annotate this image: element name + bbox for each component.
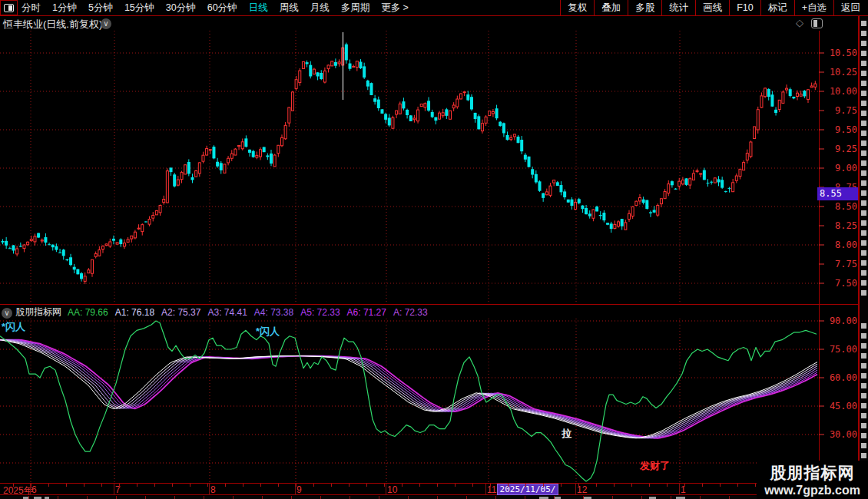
week-tick bbox=[366, 484, 367, 487]
indicator-axis-label: 90.00 bbox=[820, 316, 857, 326]
price-axis-label: 9.25 bbox=[820, 144, 857, 154]
indicator-values: AA: 79.66A1: 76.18A2: 75.37A3: 74.41A4: … bbox=[68, 307, 435, 318]
week-tick bbox=[755, 484, 756, 487]
indicator-annotation-1: *闪人 bbox=[256, 325, 280, 339]
clipped-row-tick bbox=[495, 496, 496, 499]
week-tick bbox=[402, 484, 403, 487]
indicator-axis-label: 30.00 bbox=[820, 429, 857, 440]
price-axis-label: 8.25 bbox=[820, 220, 857, 231]
month-gridline-tick bbox=[386, 484, 386, 495]
month-gridline-tick bbox=[485, 484, 486, 495]
clipped-bottom-row bbox=[0, 496, 868, 499]
month-gridline-tick bbox=[575, 484, 576, 495]
week-tick bbox=[119, 484, 120, 487]
indicator-annotation-3: 发财了 bbox=[640, 459, 670, 473]
clipped-row-tick bbox=[262, 496, 263, 499]
clipped-row-tick bbox=[379, 496, 379, 499]
week-tick bbox=[737, 484, 738, 487]
clipped-row-tick bbox=[320, 496, 321, 499]
week-tick bbox=[296, 484, 297, 487]
month-gridline-tick bbox=[679, 484, 680, 495]
month-gridline-tick bbox=[209, 484, 210, 495]
price-axis-label: 8.50 bbox=[820, 201, 857, 212]
week-tick bbox=[313, 484, 314, 487]
current-price-badge: 8.55 bbox=[817, 187, 858, 200]
indicator-axis-label: 75.00 bbox=[820, 344, 857, 355]
week-tick bbox=[419, 484, 420, 487]
week-tick bbox=[66, 484, 67, 487]
week-tick bbox=[384, 484, 385, 487]
month-label-6: 6 bbox=[31, 484, 37, 495]
clipped-row-tick bbox=[87, 496, 88, 499]
clipped-row-tick bbox=[641, 496, 642, 499]
price-axis-label: 10.00 bbox=[820, 86, 857, 97]
indicator-value-A: A: 72.33 bbox=[393, 307, 428, 318]
price-axis-label: 7.50 bbox=[820, 278, 857, 289]
week-tick bbox=[437, 484, 438, 487]
week-tick bbox=[84, 484, 84, 487]
clipped-row-tick bbox=[612, 496, 613, 499]
price-axis-label: 9.50 bbox=[820, 124, 857, 135]
clipped-row-tick bbox=[145, 496, 146, 499]
clipped-row-tick bbox=[233, 496, 234, 499]
indicator-axis-label: 45.00 bbox=[820, 401, 857, 411]
week-tick bbox=[720, 484, 721, 487]
indicator-value-A2: A2: 75.37 bbox=[161, 307, 200, 318]
week-tick bbox=[508, 484, 509, 487]
indicator-value-A4: A4: 73.38 bbox=[254, 307, 293, 318]
week-tick bbox=[649, 484, 650, 487]
clipped-row-tick bbox=[408, 496, 409, 499]
clipped-row-tick bbox=[350, 496, 350, 499]
week-tick bbox=[172, 484, 173, 487]
indicator-value-A6: A6: 71.27 bbox=[347, 307, 386, 318]
indicator-value-A1: A1: 76.18 bbox=[115, 307, 154, 318]
clipped-row-tick bbox=[291, 496, 292, 499]
week-tick bbox=[260, 484, 261, 487]
month-gridline-tick bbox=[114, 484, 114, 495]
indicator-value-A5: A5: 72.33 bbox=[300, 307, 340, 318]
watermark: 股朋指标网 www.7gpzb.com bbox=[757, 461, 868, 499]
week-tick bbox=[137, 484, 137, 487]
week-tick bbox=[490, 484, 491, 487]
week-tick bbox=[278, 484, 279, 487]
clipped-row-tick bbox=[174, 496, 175, 499]
month-label-8: 8 bbox=[210, 484, 216, 495]
price-axis-label: 8.00 bbox=[820, 240, 857, 250]
price-axis-label: 9.00 bbox=[820, 163, 857, 173]
chart-canvas[interactable] bbox=[0, 0, 868, 499]
indicator-annotation-2: 拉 bbox=[562, 427, 571, 441]
indicator-value-AA: AA: 79.66 bbox=[68, 307, 108, 318]
week-tick bbox=[561, 484, 562, 487]
clipped-row-tick bbox=[437, 496, 438, 499]
clipped-row-tick bbox=[204, 496, 204, 499]
indicator-value-A3: A3: 74.41 bbox=[207, 307, 247, 318]
indicator-name[interactable]: 股朋指标网 bbox=[15, 306, 61, 319]
week-tick bbox=[667, 484, 668, 487]
week-tick bbox=[225, 484, 226, 487]
week-tick bbox=[684, 484, 685, 487]
indicator-header: 股朋指标网 AA: 79.66A1: 76.18A2: 75.37A3: 74.… bbox=[0, 306, 856, 319]
clipped-row-tick bbox=[28, 496, 29, 499]
week-tick bbox=[631, 484, 632, 487]
month-label-10: 10 bbox=[387, 484, 397, 495]
clipped-row-tick bbox=[700, 496, 701, 499]
selected-date-box: 2025/11/05/三 bbox=[497, 484, 558, 495]
week-tick bbox=[101, 484, 102, 487]
week-tick bbox=[702, 484, 703, 487]
clipped-row-tick bbox=[58, 496, 58, 499]
indicator-chevron-down-icon[interactable]: ∨ bbox=[2, 308, 12, 319]
week-tick bbox=[525, 484, 526, 487]
week-tick bbox=[596, 484, 597, 487]
clipped-side-panel bbox=[859, 16, 868, 496]
indicator-axis-label: 60.00 bbox=[820, 372, 857, 383]
clipped-row-tick bbox=[729, 496, 730, 499]
watermark-url: www.7gpzb.com bbox=[757, 484, 868, 497]
date-axis[interactable]: 2025年 2025/11/05/三 67891011121 bbox=[0, 483, 868, 495]
week-tick bbox=[331, 484, 332, 487]
clipped-row-tick bbox=[466, 496, 467, 499]
month-label-11: 11 bbox=[487, 484, 496, 495]
price-axis-label: 9.75 bbox=[820, 105, 857, 116]
price-axis-label: 10.50 bbox=[820, 48, 857, 58]
indicator-annotation-0: *闪人 bbox=[2, 320, 25, 334]
week-tick bbox=[190, 484, 190, 487]
